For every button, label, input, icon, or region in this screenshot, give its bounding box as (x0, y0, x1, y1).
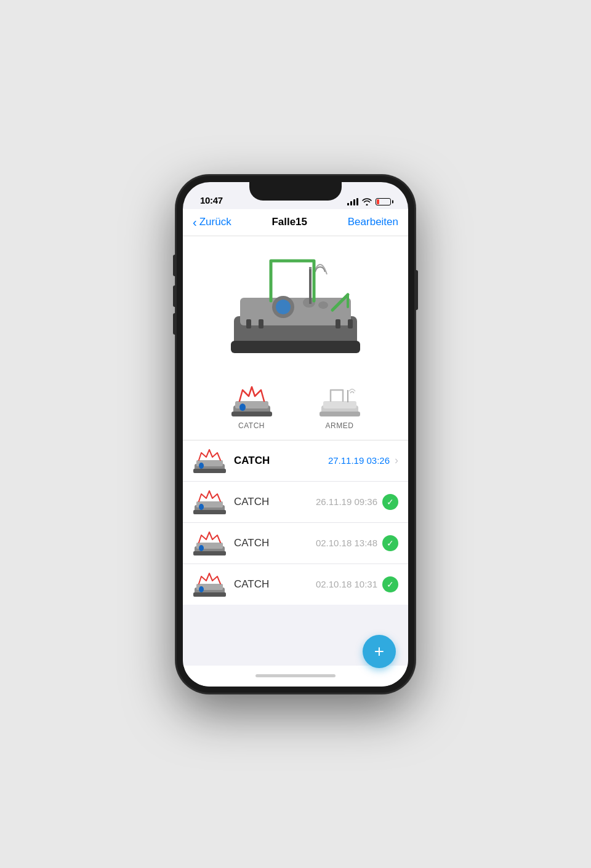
svg-rect-10 (336, 319, 340, 328)
svg-rect-9 (259, 319, 263, 328)
add-button[interactable]: + (363, 635, 396, 668)
svg-point-23 (199, 463, 204, 469)
list-item-date: 02.10.18 10:31 (316, 579, 377, 589)
chevron-right-icon: › (395, 454, 398, 467)
notch (249, 182, 342, 201)
svg-rect-11 (348, 319, 353, 328)
svg-rect-16 (231, 412, 272, 416)
svg-rect-8 (246, 319, 251, 328)
list-item[interactable]: CATCH 27.11.19 03:26 › (183, 440, 408, 482)
svg-rect-24 (193, 469, 226, 473)
catch-label: CATCH (238, 421, 265, 430)
svg-rect-32 (193, 551, 226, 555)
catch-icon (230, 384, 273, 418)
wifi-icon (362, 198, 372, 205)
list-item[interactable]: CATCH 26.11.19 09:36 ✓ (183, 482, 408, 523)
battery-fill (377, 199, 379, 204)
navigation-bar: ‹ Zurück Falle15 Bearbeiten (183, 209, 408, 236)
phone-screen: 10:47 ‹ (183, 182, 408, 687)
svg-rect-12 (231, 341, 360, 353)
home-indicator (183, 666, 408, 687)
chevron-left-icon: ‹ (193, 216, 197, 228)
status-armed-item: ARMED (318, 384, 361, 430)
trap-status-row: CATCH (183, 378, 408, 440)
svg-rect-36 (193, 592, 226, 597)
list-item[interactable]: CATCH 02.10.18 10:31 ✓ (183, 564, 408, 605)
svg-point-7 (309, 267, 312, 269)
svg-rect-1 (240, 298, 351, 325)
armed-icon (318, 384, 361, 418)
trap-image-section (183, 236, 408, 378)
svg-rect-18 (323, 401, 356, 408)
main-content: CATCH (183, 236, 408, 666)
list-item-label: CATCH (234, 537, 316, 549)
list-item-label: CATCH (234, 578, 316, 591)
check-icon: ✓ (382, 535, 398, 551)
svg-point-15 (239, 404, 246, 411)
svg-rect-28 (193, 510, 226, 514)
svg-point-27 (199, 504, 204, 510)
catch-event-icon (193, 448, 227, 474)
events-list: CATCH 27.11.19 03:26 › (183, 440, 408, 605)
svg-point-5 (318, 301, 328, 309)
catch-event-icon (193, 571, 227, 597)
status-icons (347, 198, 391, 205)
edit-button[interactable]: Bearbeiten (348, 216, 398, 228)
svg-rect-20 (320, 412, 360, 416)
catch-event-icon (193, 530, 227, 556)
check-icon: ✓ (382, 576, 398, 592)
back-button[interactable]: ‹ Zurück (193, 216, 231, 228)
signal-icon (347, 198, 358, 205)
battery-icon (376, 198, 391, 205)
trap-illustration (215, 249, 376, 372)
list-item-date: 27.11.19 03:26 (328, 455, 390, 466)
check-icon: ✓ (382, 494, 398, 510)
page-title: Falle15 (271, 216, 307, 228)
svg-point-31 (199, 545, 204, 551)
phone-frame: 10:47 ‹ (175, 175, 416, 694)
list-item-label: CATCH (234, 455, 328, 467)
list-item-date: 26.11.19 09:36 (316, 496, 377, 507)
list-item-label: CATCH (234, 496, 316, 508)
status-catch-item: CATCH (230, 384, 273, 430)
back-label: Zurück (199, 216, 231, 228)
home-bar (255, 674, 336, 677)
svg-point-35 (199, 586, 204, 592)
svg-point-3 (276, 300, 291, 314)
list-item-date: 02.10.18 13:48 (316, 538, 377, 548)
list-item[interactable]: CATCH 02.10.18 13:48 ✓ (183, 523, 408, 564)
svg-rect-6 (309, 267, 312, 304)
trap-svg (215, 249, 376, 372)
armed-label: ARMED (326, 421, 354, 430)
catch-event-icon (193, 489, 227, 515)
status-time: 10:47 (200, 195, 223, 205)
